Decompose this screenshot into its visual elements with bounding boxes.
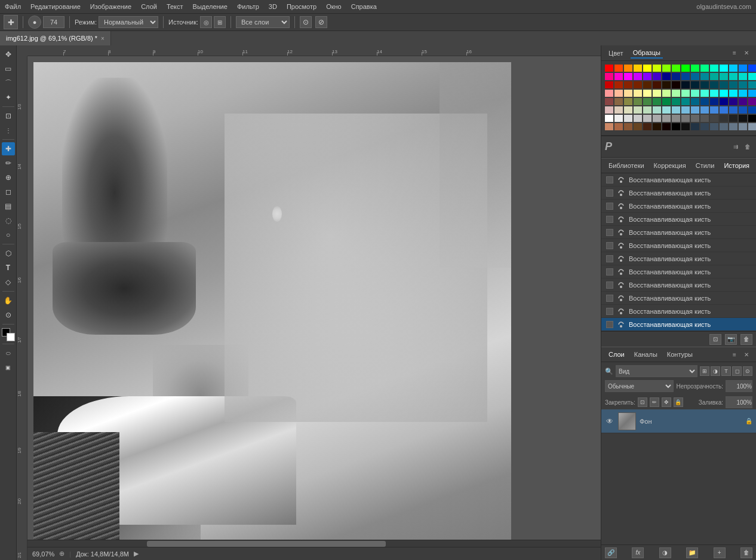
source-pattern-icon[interactable]: ⊞ — [214, 16, 226, 28]
color-swatch-swatches_row3-1[interactable] — [614, 81, 623, 88]
color-swatch-swatches_row6-10[interactable] — [700, 106, 709, 114]
color-swatch-swatches_row7-0[interactable] — [605, 115, 613, 122]
brush-tool-btn[interactable]: ✏ — [2, 157, 15, 170]
color-swatch-swatches_row5-15[interactable] — [748, 98, 756, 105]
color-swatch-swatches_row7-14[interactable] — [739, 115, 747, 122]
foreground-color[interactable] — [2, 328, 15, 341]
color-swatch-swatches_row5-0[interactable] — [605, 98, 613, 105]
status-arrow[interactable]: ▶ — [134, 550, 139, 558]
color-swatch-swatches_row3-3[interactable] — [634, 81, 642, 88]
color-swatch-swatches_row7-6[interactable] — [662, 115, 671, 122]
color-swatch-swatches_row5-6[interactable] — [662, 98, 671, 105]
delete-layer-btn[interactable]: 🗑 — [740, 547, 752, 558]
color-swatch-swatches_row1-10[interactable] — [700, 65, 709, 72]
history-checkbox-6[interactable] — [606, 255, 613, 262]
menu-view[interactable]: Просмотр — [287, 3, 316, 10]
color-swatch-swatches_row7-11[interactable] — [710, 115, 718, 122]
color-swatch-swatches_row4-10[interactable] — [700, 90, 709, 97]
color-swatch-swatches_row3-7[interactable] — [672, 81, 680, 88]
color-swatch-swatches_row1-14[interactable] — [739, 65, 747, 72]
color-swatch-swatches_row2-2[interactable] — [624, 73, 632, 80]
tab-swatches[interactable]: Образцы — [631, 48, 663, 59]
color-swatch-swatches_row6-4[interactable] — [643, 106, 651, 114]
new-group-btn[interactable]: 📁 — [686, 547, 698, 558]
fill-input[interactable]: 100% — [726, 396, 752, 408]
color-swatch-swatches_row3-9[interactable] — [691, 81, 699, 88]
color-swatch-swatches_row5-2[interactable] — [624, 98, 632, 105]
color-swatch-swatches_row5-12[interactable] — [720, 98, 728, 105]
history-checkbox-1[interactable] — [606, 189, 613, 197]
color-swatch-swatches_row2-13[interactable] — [729, 73, 737, 80]
lock-move-btn[interactable]: ✥ — [662, 397, 671, 407]
gradient-tool-btn[interactable]: ▤ — [2, 200, 15, 213]
doc-tab-close[interactable]: × — [101, 35, 105, 42]
color-swatch-swatches_row1-4[interactable] — [643, 65, 651, 72]
color-swatch-swatches_row4-9[interactable] — [691, 90, 699, 97]
color-swatch-swatches_row6-11[interactable] — [710, 106, 718, 114]
history-item-4[interactable]: Восстанавливающая кисть — [601, 226, 756, 239]
color-swatch-swatches_row7-12[interactable] — [720, 115, 728, 122]
menu-edit[interactable]: Редактирование — [30, 3, 81, 10]
lasso-tool-btn[interactable]: ⌒ — [2, 76, 15, 90]
filter-text-icon[interactable]: T — [721, 366, 731, 376]
color-swatch-swatches_row7-1[interactable] — [614, 115, 623, 122]
color-swatch-swatches_row7-5[interactable] — [653, 115, 661, 122]
filter-adjustment-icon[interactable]: ◑ — [711, 366, 720, 376]
pressure-icon[interactable]: ⊘ — [315, 16, 327, 28]
color-swatch-swatches_row3-8[interactable] — [681, 81, 690, 88]
color-swatch-swatches_row3-11[interactable] — [710, 81, 718, 88]
color-swatch-swatches_row1-2[interactable] — [624, 65, 632, 72]
color-swatch-swatches_row6-12[interactable] — [720, 106, 728, 114]
menu-text[interactable]: Текст — [167, 3, 183, 10]
color-swatch-swatches_row1-9[interactable] — [691, 65, 699, 72]
color-swatch-swatches_row4-13[interactable] — [729, 90, 737, 97]
filter-smartobj-icon[interactable]: ⊙ — [743, 366, 752, 376]
layer-visibility-toggle[interactable]: 👁 — [605, 417, 614, 426]
panel-menu-btn-layers[interactable]: ≡ — [730, 350, 739, 359]
color-swatch-swatches_row2-15[interactable] — [748, 73, 756, 80]
color-swatch-swatches_row1-6[interactable] — [662, 65, 671, 72]
mode-select[interactable]: Нормальный — [99, 16, 158, 28]
color-swatch-swatches_row5-3[interactable] — [634, 98, 642, 105]
color-swatch-swatches_row6-9[interactable] — [691, 106, 699, 114]
lock-pixels-btn[interactable]: ⊡ — [638, 397, 647, 407]
properties-expand-btn[interactable]: ⇉ — [731, 142, 740, 152]
color-swatch-swatches_row6-8[interactable] — [681, 106, 690, 114]
tab-libraries[interactable]: Библиотеки — [606, 161, 647, 170]
color-swatch-swatches_row4-12[interactable] — [720, 90, 728, 97]
color-swatch-swatches_row3-12[interactable] — [720, 81, 728, 88]
menu-layer[interactable]: Слой — [141, 3, 157, 10]
color-swatch-swatches_row2-10[interactable] — [700, 73, 709, 80]
color-swatch-swatches_row5-1[interactable] — [614, 98, 623, 105]
tab-styles[interactable]: Стили — [693, 161, 717, 170]
color-swatch-swatches_row6-0[interactable] — [605, 106, 613, 114]
healing-brush-tool-btn[interactable]: ✚ — [2, 142, 15, 155]
eraser-tool-btn[interactable]: ◻ — [2, 185, 15, 198]
history-item-10[interactable]: Восстанавливающая кисть — [601, 305, 756, 318]
color-swatch-swatches_row4-4[interactable] — [643, 90, 651, 97]
filter-type-icon[interactable]: ⊞ — [700, 366, 709, 376]
color-swatch-swatches_row8-10[interactable] — [700, 123, 709, 130]
color-swatch-swatches_row8-9[interactable] — [691, 123, 699, 130]
color-swatch-swatches_row8-15[interactable] — [748, 123, 756, 130]
color-swatch-swatches_row4-11[interactable] — [710, 90, 718, 97]
history-checkbox-10[interactable] — [606, 308, 613, 315]
color-swatch-swatches_row5-13[interactable] — [729, 98, 737, 105]
source-sample-icon[interactable]: ◎ — [200, 16, 212, 28]
history-item-11[interactable]: Восстанавливающая кисть — [601, 318, 756, 331]
clone-stamp-tool-btn[interactable]: ⊕ — [2, 171, 15, 184]
color-swatch-swatches_row6-15[interactable] — [748, 106, 756, 114]
zoom-tool-btn[interactable]: ⊙ — [2, 308, 15, 322]
color-swatch-swatches_row8-13[interactable] — [729, 123, 737, 130]
history-checkbox-8[interactable] — [606, 281, 613, 289]
shape-tool-btn[interactable]: ◇ — [2, 276, 15, 289]
tab-paths[interactable]: Контуры — [665, 350, 695, 359]
panel-menu-btn-color[interactable]: ≡ — [730, 48, 739, 58]
history-checkbox-2[interactable] — [606, 203, 613, 210]
crop-tool-btn[interactable]: ⊡ — [2, 109, 15, 123]
tab-color[interactable]: Цвет — [606, 48, 626, 58]
tab-layers[interactable]: Слои — [606, 350, 627, 359]
diffusion-icon[interactable]: ⊙ — [300, 16, 312, 28]
color-swatch-swatches_row8-2[interactable] — [624, 123, 632, 130]
properties-trash-btn[interactable]: 🗑 — [743, 142, 752, 152]
